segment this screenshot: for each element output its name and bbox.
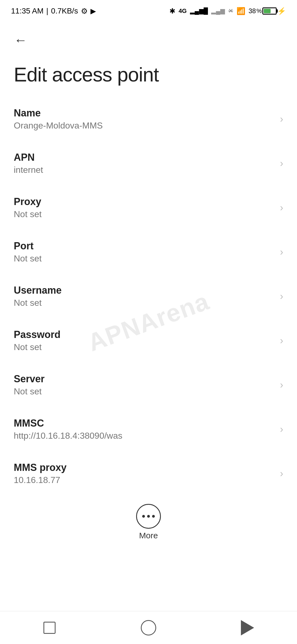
- page-title: Edit access point: [0, 55, 297, 97]
- recents-icon: [43, 622, 56, 634]
- battery-fill: [264, 9, 271, 13]
- back-button[interactable]: ←: [11, 30, 30, 50]
- settings-item-label-1: APN: [14, 152, 43, 163]
- settings-item-value-3: Not set: [14, 253, 42, 264]
- separator: |: [46, 7, 48, 15]
- more-button[interactable]: More: [136, 504, 161, 540]
- bottom-nav: [0, 611, 297, 644]
- settings-item-value-7: http://10.16.18.4:38090/was: [14, 431, 122, 441]
- settings-item-label-0: Name: [14, 107, 103, 119]
- chevron-right-icon: ›: [280, 113, 283, 125]
- nav-home-button[interactable]: [135, 617, 162, 639]
- settings-item[interactable]: Name Orange-Moldova-MMS ›: [0, 97, 297, 141]
- home-icon: [141, 620, 156, 635]
- signal-bars-icon: ▂▄▆█: [190, 7, 208, 15]
- battery-indicator: 38 % ⚡: [249, 7, 286, 15]
- settings-item-label-2: Proxy: [14, 196, 42, 208]
- settings-item-label-3: Port: [14, 240, 42, 252]
- chevron-right-icon: ›: [280, 202, 283, 214]
- settings-item[interactable]: MMSC http://10.16.18.4:38090/was ›: [0, 407, 297, 451]
- back-area: ←: [0, 22, 297, 55]
- camera-icon: ▶: [90, 7, 96, 15]
- battery-box: [262, 7, 277, 15]
- settings-list: Name Orange-Moldova-MMS › APN internet ›…: [0, 97, 297, 496]
- battery-percent: 38: [249, 7, 256, 15]
- settings-item-value-4: Not set: [14, 298, 62, 308]
- settings-item-content-2: Proxy Not set: [14, 196, 42, 219]
- status-bar-right: ✱ 4G ▂▄▆█ ▂▄▆ ✕ 📶 38 % ⚡: [169, 7, 286, 15]
- nav-back-button[interactable]: [234, 617, 261, 639]
- settings-item[interactable]: MMS proxy 10.16.18.77 ›: [0, 451, 297, 496]
- settings-item-label-5: Password: [14, 329, 61, 340]
- settings-item-value-0: Orange-Moldova-MMS: [14, 121, 103, 131]
- time-display: 11:35 AM: [11, 7, 43, 15]
- status-bar: 11:35 AM | 0.7KB/s ⚙ ▶ ✱ 4G ▂▄▆█ ▂▄▆ ✕ 📶…: [0, 0, 297, 22]
- settings-item[interactable]: APN internet ›: [0, 141, 297, 185]
- back-arrow-icon: ←: [14, 32, 27, 48]
- charging-icon: ⚡: [277, 7, 286, 15]
- settings-item-label-6: Server: [14, 373, 45, 385]
- chevron-right-icon: ›: [280, 335, 283, 346]
- no-signal-icon: ✕: [228, 7, 233, 15]
- settings-item-value-8: 10.16.18.77: [14, 475, 67, 485]
- wifi-icon: 📶: [237, 7, 245, 15]
- more-dots: [142, 515, 155, 518]
- settings-item-content-1: APN internet: [14, 152, 43, 175]
- status-bar-left: 11:35 AM | 0.7KB/s ⚙ ▶: [11, 7, 96, 16]
- settings-item[interactable]: Password Not set ›: [0, 318, 297, 363]
- settings-item-label-8: MMS proxy: [14, 462, 67, 473]
- signal-bars2-icon: ▂▄▆: [211, 7, 225, 15]
- settings-item-value-2: Not set: [14, 209, 42, 219]
- more-circle-icon: [136, 504, 161, 529]
- settings-item[interactable]: Server Not set ›: [0, 363, 297, 407]
- settings-item-content-0: Name Orange-Moldova-MMS: [14, 107, 103, 131]
- settings-icon: ⚙: [81, 7, 88, 16]
- chevron-right-icon: ›: [280, 468, 283, 479]
- network-speed: 0.7KB/s: [51, 7, 78, 15]
- settings-item-value-5: Not set: [14, 342, 61, 352]
- nav-recents-button[interactable]: [36, 617, 63, 639]
- chevron-right-icon: ›: [280, 158, 283, 169]
- settings-item-content-5: Password Not set: [14, 329, 61, 352]
- settings-item[interactable]: Username Not set ›: [0, 274, 297, 318]
- settings-item-label-7: MMSC: [14, 417, 122, 429]
- settings-item-label-4: Username: [14, 285, 62, 296]
- back-nav-icon: [241, 620, 254, 635]
- chevron-right-icon: ›: [280, 291, 283, 302]
- settings-item-content-7: MMSC http://10.16.18.4:38090/was: [14, 417, 122, 441]
- settings-item-value-6: Not set: [14, 386, 45, 397]
- more-label: More: [139, 531, 158, 540]
- settings-item-content-4: Username Not set: [14, 285, 62, 308]
- chevron-right-icon: ›: [280, 424, 283, 435]
- settings-item-content-6: Server Not set: [14, 373, 45, 397]
- more-area: More: [0, 496, 297, 546]
- bluetooth-icon: ✱: [169, 7, 175, 15]
- chevron-right-icon: ›: [280, 246, 283, 258]
- settings-item-content-3: Port Not set: [14, 240, 42, 264]
- settings-item-content-8: MMS proxy 10.16.18.77: [14, 462, 67, 485]
- settings-item[interactable]: Port Not set ›: [0, 230, 297, 274]
- signal-4g-icon: 4G: [179, 7, 187, 15]
- settings-item[interactable]: Proxy Not set ›: [0, 185, 297, 230]
- chevron-right-icon: ›: [280, 379, 283, 391]
- settings-item-value-1: internet: [14, 165, 43, 175]
